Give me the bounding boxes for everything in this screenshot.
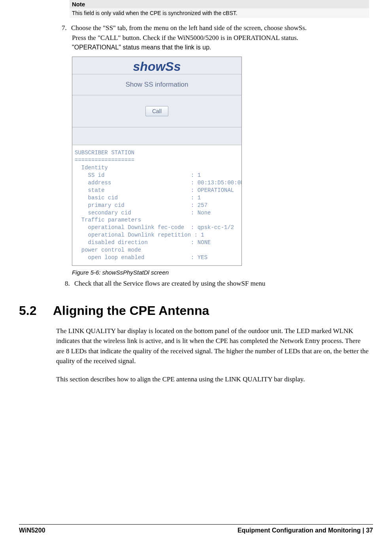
screenshot-spacer xyxy=(72,127,241,145)
term-line: ================== xyxy=(75,157,134,163)
terminal-output: SUBSCRIBER STATION ================== Id… xyxy=(72,145,241,265)
screenshot-subtitle: Show SS information xyxy=(72,74,241,95)
section-5-2: 5.2Aligning the CPE Antenna The LINK QUA… xyxy=(19,303,373,385)
step-8-num: 8. xyxy=(65,280,74,288)
term-line: address : 00:13:D5:00:0D:76 xyxy=(75,180,241,186)
call-button[interactable]: Call xyxy=(145,106,168,116)
term-line: Traffic parameters xyxy=(75,217,141,223)
section-number: 5.2 xyxy=(19,303,53,318)
section-title: Aligning the CPE Antenna xyxy=(53,303,209,318)
step-7-line3: "OPERATIONAL" status means that the link… xyxy=(72,43,373,52)
term-line: open loop enabled : YES xyxy=(75,254,207,261)
term-line: disabled direction : NONE xyxy=(75,239,211,246)
page-footer: WiN5200 Equipment Configuration and Moni… xyxy=(19,524,373,534)
term-line: SUBSCRIBER STATION xyxy=(75,150,134,156)
term-line: operational Downlink repetition : 1 xyxy=(75,232,204,238)
term-line: power control mode xyxy=(75,247,141,253)
term-line: basic cid : 1 xyxy=(75,195,201,201)
footer-chapter-page: Equipment Configuration and Monitoring |… xyxy=(237,527,373,534)
step-7: 7.Choose the "SS" tab, from the menu on … xyxy=(62,23,373,52)
step-7-num: 7. xyxy=(62,23,71,33)
figure-caption: Figure 5-6: showSsPhyStatDl screen xyxy=(72,269,373,276)
step-8-text: Check that all the Service flows are cre… xyxy=(74,280,265,287)
screenshot-panel: showSs Show SS information Call SUBSCRIB… xyxy=(72,57,242,265)
section-para-2: This section describes how to align the … xyxy=(56,374,369,385)
term-line: primary cid : 257 xyxy=(75,202,207,208)
note-label: Note xyxy=(70,0,369,8)
term-line: secondary cid : None xyxy=(75,210,211,216)
step-8: 8.Check that all the Service flows are c… xyxy=(65,280,373,288)
note-box: Note This field is only valid when the C… xyxy=(70,0,369,18)
step-7-line1: Choose the "SS" tab, from the menu on th… xyxy=(71,24,307,32)
term-line: operational Downlink fec-code : qpsk-cc-… xyxy=(75,224,234,231)
step-7-line2: Press the "CALL" button. Check if the Wi… xyxy=(72,33,373,43)
term-line: Identity xyxy=(75,165,108,171)
term-line: state : OPERATIONAL xyxy=(75,187,234,193)
section-para-1: The LINK QUALITY bar display is located … xyxy=(56,326,369,366)
note-text: This field is only valid when the CPE is… xyxy=(70,8,369,18)
term-line: SS id : 1 xyxy=(75,172,201,178)
screenshot-button-row: Call xyxy=(72,95,241,127)
footer-product: WiN5200 xyxy=(19,527,45,534)
screenshot-title: showSs xyxy=(72,57,241,74)
